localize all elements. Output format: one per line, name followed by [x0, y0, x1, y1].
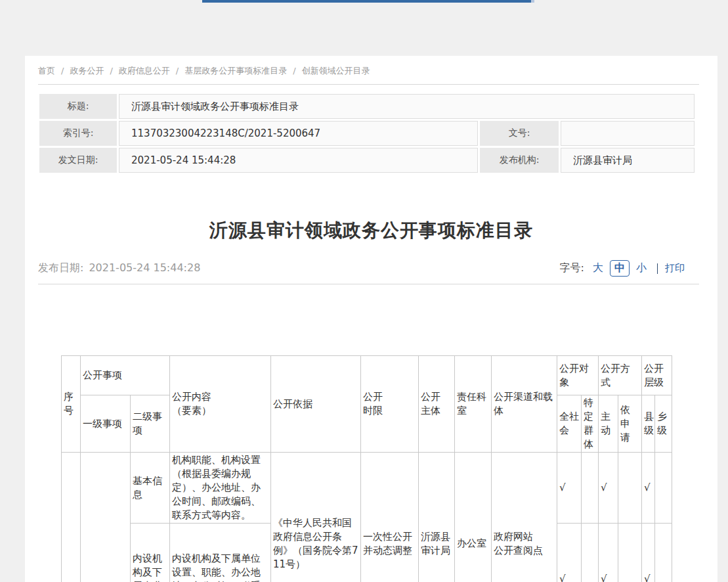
catalog-table: 序号 公开事项 公开内容 （要素） 公开依据 公开 时限 公开 主体 责任科室 …	[61, 355, 672, 582]
col-header-channel: 公开渠道和载体	[492, 356, 557, 453]
cell-check-request-row1	[618, 453, 642, 524]
cell-check-county-row2: √	[642, 524, 655, 582]
breadcrumb: 首页/政务公开/政府信息公开/基层政务公开事项标准目录/创新领域公开目录	[38, 65, 370, 77]
breadcrumb-link-zwgk[interactable]: 政务公开	[70, 66, 104, 76]
col-header-dept: 责任科室	[455, 356, 492, 453]
font-size-medium-button[interactable]: 中	[610, 260, 630, 277]
meta-label-agency: 发布机构:	[480, 148, 559, 173]
cell-check-town-row2	[655, 524, 672, 582]
col-header-subject: 公开 主体	[419, 356, 455, 453]
top-nav-bar-highlight	[531, 0, 534, 3]
breadcrumb-separator: /	[176, 66, 179, 76]
cell-item-l1	[81, 453, 131, 582]
cell-content-row1: 机构职能、机构设置（根据县委编办规定）、办公地址、办公时间、邮政编码、联系方式等…	[170, 453, 271, 524]
cell-check-specific-row2	[582, 524, 599, 582]
cell-seq	[62, 453, 81, 582]
cell-basis: 《中华人民共和国政府信息公开条例》（国务院令第711号）	[271, 453, 361, 582]
cell-check-town-row1	[655, 453, 672, 524]
col-header-item-l2: 二级事项	[131, 395, 170, 453]
content-divider	[38, 284, 699, 284]
meta-table: 标题: 沂源县审计领域政务公开事项标准目录 索引号: 1137032300422…	[39, 94, 695, 173]
meta-label-docno: 文号:	[480, 121, 559, 146]
cell-item-l2-row2: 内设机构及下属事业单位	[131, 524, 170, 582]
print-button[interactable]: 打印	[665, 262, 685, 275]
cell-channel: 政府网站 公开查阅点	[492, 453, 557, 582]
cell-item-l2-row1: 基本信息	[131, 453, 170, 524]
col-header-audience-all: 全社会	[557, 395, 582, 453]
col-header-seq: 序号	[62, 356, 81, 453]
publish-row: 发布日期:2021-05-24 15:44:28 字号: 大 中 小 打印	[38, 260, 685, 277]
col-header-level-town: 乡级	[655, 395, 672, 453]
meta-value-title: 沂源县审计领域政务公开事项标准目录	[119, 94, 695, 119]
content-card: 首页/政务公开/政府信息公开/基层政务公开事项标准目录/创新领域公开目录 标题:…	[25, 56, 717, 582]
cell-dept: 办公室	[455, 453, 492, 582]
meta-label-date: 发文日期:	[39, 148, 117, 173]
cell-check-request-row2	[618, 524, 642, 582]
cell-check-county-row1: √	[642, 453, 655, 524]
publish-date-value: 2021-05-24 15:44:28	[89, 261, 200, 274]
cell-check-specific-row1	[582, 453, 599, 524]
col-header-content: 公开内容 （要素）	[170, 356, 271, 453]
breadcrumb-separator: /	[110, 66, 112, 76]
breadcrumb-link-home[interactable]: 首页	[38, 66, 55, 76]
breadcrumb-divider	[38, 84, 699, 85]
publish-date: 发布日期:2021-05-24 15:44:28	[38, 261, 200, 275]
cell-subject: 沂源县审计局	[419, 453, 455, 582]
breadcrumb-link-innovation[interactable]: 创新领域公开目录	[302, 66, 370, 76]
meta-label-title: 标题:	[39, 94, 117, 119]
col-header-basis: 公开依据	[271, 356, 361, 453]
meta-label-index: 索引号:	[39, 121, 117, 146]
col-header-audience-group: 公开对象	[557, 356, 599, 395]
col-header-method-active: 主动	[599, 395, 618, 453]
col-header-audience-specific: 特定群体	[582, 395, 599, 453]
page-title: 沂源县审计领域政务公开事项标准目录	[25, 219, 717, 242]
font-size-large-button[interactable]: 大	[593, 261, 603, 275]
col-header-level-county: 县级	[642, 395, 655, 453]
col-header-time-limit: 公开 时限	[361, 356, 419, 453]
meta-value-agency: 沂源县审计局	[561, 148, 695, 173]
toolbar-divider	[657, 263, 658, 274]
cell-check-active-row2: √	[599, 524, 618, 582]
cell-time-limit: 一次性公开并动态调整	[361, 453, 419, 582]
cell-check-active-row1: √	[599, 453, 618, 524]
col-header-item-group: 公开事项	[81, 356, 170, 395]
font-size-label: 字号:	[560, 261, 584, 275]
cell-content-row2: 内设机构及下属单位设置、职能、办公地址、办公时间、联系方式、负责人姓名等	[170, 524, 271, 582]
breadcrumb-link-info[interactable]: 政府信息公开	[119, 66, 170, 76]
cell-check-all-row2: √	[557, 524, 582, 582]
top-nav-bar	[202, 0, 531, 3]
meta-value-docno	[561, 121, 695, 146]
col-header-level-group: 公开层级	[642, 356, 672, 395]
cell-check-all-row1: √	[557, 453, 582, 524]
col-header-method-group: 公开方式	[599, 356, 642, 395]
breadcrumb-link-catalog[interactable]: 基层政务公开事项标准目录	[184, 66, 287, 76]
meta-value-date: 2021-05-24 15:44:28	[119, 148, 478, 173]
col-header-method-request: 依申请	[618, 395, 642, 453]
breadcrumb-separator: /	[293, 66, 295, 76]
publish-date-label: 发布日期:	[38, 261, 83, 274]
meta-value-index: 11370323004223148C/2021-5200647	[119, 121, 478, 146]
col-header-item-l1: 一级事项	[81, 395, 131, 453]
breadcrumb-separator: /	[61, 66, 64, 76]
page: 首页/政务公开/政府信息公开/基层政务公开事项标准目录/创新领域公开目录 标题:…	[0, 0, 728, 582]
toolbar: 字号: 大 中 小 打印	[560, 260, 685, 277]
font-size-small-button[interactable]: 小	[636, 261, 647, 275]
